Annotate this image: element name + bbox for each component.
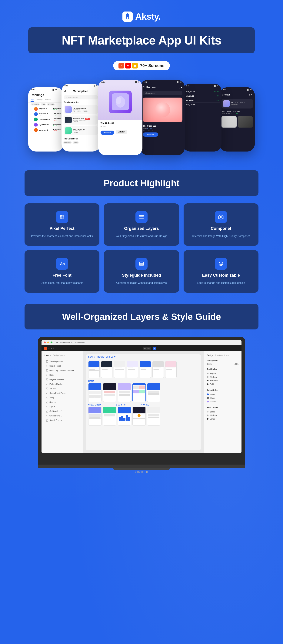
easy-customizable-icon <box>215 258 227 270</box>
tool-pencil[interactable]: ✎ <box>53 348 54 349</box>
design-tabs: Design Prototype Inspect <box>207 354 238 357</box>
category-filter-dark[interactable]: All Categories ∨ <box>143 91 182 95</box>
filter-chains[interactable]: All Chains <box>47 104 55 106</box>
auction-price-2: ◊ 0.0031 <box>73 121 97 122</box>
layer-item-verify[interactable]: □ Verify <box>44 396 80 400</box>
phones-section: 9:41 ▌▌ WiFi ⬡ Rankings ⌕ ✦ Top Trending… <box>28 80 255 155</box>
creator-title: Creator <box>222 94 230 96</box>
avatar-5 <box>34 128 38 132</box>
layer-item-wallet[interactable]: □ Prefered Wallet <box>44 382 80 386</box>
auction-stats-1: 765 | 537K | ◊ 971 ETH <box>73 110 88 112</box>
componet-icon <box>215 211 227 223</box>
layer-item-trending[interactable]: □ Trending Auction <box>44 360 80 364</box>
collection-nft-info: The Cube 021 From ¥ 15.2 03h : 23m : 15s… <box>140 124 185 138</box>
design-tab[interactable]: Design <box>207 354 213 357</box>
text-medium: Medium <box>207 375 238 379</box>
page-wrapper: Aksty. NFT Marketplace App UI Kits F Xd … <box>0 0 283 500</box>
collection-bid-button[interactable]: Place Bid <box>143 132 158 136</box>
place-bid-button[interactable]: Place Bid <box>100 130 114 135</box>
layer-item-signin[interactable]: □ Sign In <box>44 405 80 409</box>
tab-watched[interactable]: Watched <box>45 99 51 102</box>
effect-dot <box>207 418 208 420</box>
status-bar-5: 9:41▌▌ ≋ <box>183 84 222 88</box>
create-flow-label: CREATE ITEM <box>88 404 101 406</box>
unfollow-button[interactable]: Unfollow <box>116 130 127 134</box>
macbook-titlebar: NFT Marketplace App by Aksanters... <box>42 340 242 345</box>
profile-label: PROFILE <box>140 404 149 406</box>
prototype-tab[interactable]: Prototype <box>215 354 223 357</box>
play-button[interactable]: ▶ <box>153 347 156 350</box>
filter-category[interactable]: All Category <box>30 104 40 106</box>
layer-item-register[interactable]: □ Register Success <box>44 378 80 382</box>
layer-item-home[interactable]: □ Home <box>44 373 80 377</box>
auction-card-1: The Circle of Mind by SaraFuru 765 | 537… <box>64 105 98 114</box>
layer-item-email[interactable]: □ Check Email Popup <box>44 391 80 395</box>
price-item-2: ¥ 8,241.53 +4.26 <box>184 94 220 98</box>
style-dot <box>207 376 208 378</box>
product-highlight-header: Product Highlight <box>24 170 258 196</box>
effect-large: Large <box>207 417 238 421</box>
layer-item-onboarding2[interactable]: □ On Boarding 2 <box>44 409 80 414</box>
pixel-perfect-icon <box>56 211 68 223</box>
statistic-label: STATISTIC <box>116 404 126 406</box>
layer-item-onboarding1[interactable]: □ On Boarding 1 <box>44 414 80 418</box>
svg-rect-9 <box>139 218 144 219</box>
text-styles-section: Text Styles Regular Medium <box>207 368 238 386</box>
flow-home-3 <box>118 383 131 402</box>
auction-name-1: The Circle of Mind <box>73 107 88 109</box>
creator-name: The Circle of Mind <box>231 102 251 104</box>
flow-create-1 <box>88 407 102 426</box>
svg-rect-5 <box>60 215 62 216</box>
layer-item-search[interactable]: □ Search Result <box>44 364 80 368</box>
maximize-dot[interactable] <box>50 342 52 344</box>
creator-card: The Circle of Mind by Sarafuru <box>222 99 253 108</box>
style-dot <box>207 380 208 381</box>
figma-toolbar: ↖ # ✎ T □ Product ▶ <box>42 345 242 351</box>
layer-item-signup[interactable]: □ Sign Up <box>44 400 80 404</box>
tool-shape[interactable]: □ <box>58 348 59 349</box>
avatar-4 <box>34 123 38 126</box>
styleguide-title: Styleguide Included <box>122 273 161 278</box>
close-dot[interactable] <box>44 342 46 344</box>
inspect-tab[interactable]: Inspect <box>224 354 230 357</box>
nft-image-area <box>98 84 142 120</box>
product-highlight-title: Product Highlight <box>32 178 251 188</box>
layers-header: Well-Organized Layers & Style Guide <box>24 304 258 330</box>
tab-trending[interactable]: Trending <box>36 99 42 102</box>
design-space-tab[interactable]: Design Space <box>53 354 64 357</box>
minimize-dot[interactable] <box>47 342 49 344</box>
price-item-3: ¥ 8,035.76 +8.25 <box>184 98 220 103</box>
macbook-screen: NFT Marketplace App by Aksanters... ↖ # … <box>42 340 242 453</box>
flow-row-3 <box>86 407 201 427</box>
layer-icon: □ <box>46 383 48 385</box>
free-font-desc: Using global font that easy to search <box>40 281 83 285</box>
macbook-wrapper: NFT Marketplace App by Aksanters... ↖ # … <box>24 337 258 473</box>
filter-daily[interactable]: Daily <box>41 104 46 106</box>
layer-item-pin[interactable]: □ Set PIN <box>44 387 80 391</box>
sale-badge: SALE <box>85 118 90 120</box>
layer-item-splash[interactable]: □ Splash Screen <box>44 418 80 422</box>
marketplace-search[interactable]: ⌕ Search product <box>64 95 98 100</box>
phone-creator: 9:41▌▌ ≋ Creator ⌕ ● The Circle of Mind … <box>220 87 255 152</box>
status-bar-4: 9:41▌▌ ≋ <box>140 80 185 84</box>
tool-frame[interactable]: # <box>51 348 52 349</box>
screens-badge-text: 70+ Screens <box>140 63 164 68</box>
auction-creators-2: Tomahsw · Bedindrive <box>73 120 97 121</box>
layer-icon: □ <box>46 406 48 408</box>
tool-move[interactable]: ↖ <box>48 348 50 349</box>
creator-header: Creator ⌕ ● <box>220 92 255 98</box>
ranking-item-4: 4 MyNFT World ¥ 10,213.21 +12.85 <box>28 122 64 127</box>
layers-tab[interactable]: Layers <box>44 354 50 357</box>
flow-screen-2 <box>101 361 112 378</box>
text-regular: Regular <box>207 372 238 375</box>
tool-text[interactable]: T <box>56 348 57 349</box>
effect-dot <box>207 411 208 412</box>
tab-top[interactable]: Top <box>30 99 34 102</box>
svg-rect-8 <box>62 217 64 219</box>
svg-rect-10 <box>139 216 144 217</box>
top-collections-label: Top Collections <box>62 136 100 140</box>
ranking-item-1: 1 Sarafuru ⊙ +3.3 ¥ 15,341.53 +29.9b <box>28 106 64 112</box>
layer-item-home-top[interactable]: □ Home - Top Collection & Creator <box>44 368 80 373</box>
phone-collection-dark: 9:41▌▌ ≋ Collection ⌕ ● All Categories ∨ <box>140 80 185 155</box>
feature-styleguide: Styleguide Included Consistent design wi… <box>104 250 179 292</box>
